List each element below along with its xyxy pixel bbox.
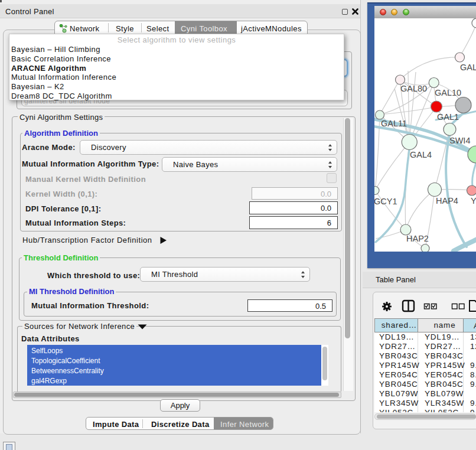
svg-text:Y: Y xyxy=(471,196,476,206)
svg-text:GAL7: GAL7 xyxy=(460,63,476,72)
svg-text:GCY1: GCY1 xyxy=(374,197,397,206)
svg-text:GAL80: GAL80 xyxy=(400,84,427,93)
svg-text:GAL11: GAL11 xyxy=(381,119,407,128)
svg-text:GAL10: GAL10 xyxy=(435,88,461,97)
svg-text:GAL4: GAL4 xyxy=(410,150,432,159)
svg-text:HAP2: HAP2 xyxy=(406,234,429,243)
svg-text:HAP4: HAP4 xyxy=(436,196,458,206)
svg-text:GAL1: GAL1 xyxy=(437,112,459,122)
svg-text:SWI4: SWI4 xyxy=(449,136,470,145)
